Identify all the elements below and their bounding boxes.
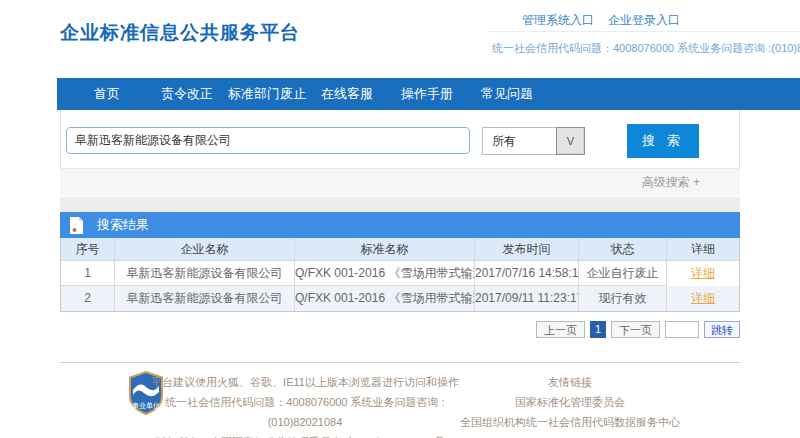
- jump-button[interactable]: 跳转: [704, 321, 740, 338]
- col-company: 企业名称: [115, 238, 295, 261]
- nav-item-rectify[interactable]: 责令改正: [147, 78, 227, 110]
- code-center-link[interactable]: 全国组织机构统一社会信用代码数据服务中心: [460, 412, 680, 432]
- col-index: 序号: [61, 238, 115, 261]
- col-published: 发布时间: [475, 238, 579, 261]
- header-divider: [488, 31, 800, 32]
- cell-status: 企业自行废止: [579, 261, 667, 286]
- results-table: 序号 企业名称 标准名称 发布时间 状态 详细 1 阜新迅客新能源设备有限公司 …: [60, 238, 740, 312]
- footer-line-browser: 平台建议使用火狐、谷歌、IE11以上版本浏览器进行访问和操作: [140, 372, 470, 392]
- cell-detail: 详细: [667, 286, 739, 311]
- cell-index: 1: [61, 261, 115, 286]
- footer-info: 平台建议使用火狐、谷歌、IE11以上版本浏览器进行访问和操作 统一社会信用代码问…: [140, 372, 470, 438]
- cell-status: 现行有效: [579, 286, 667, 311]
- page-title: 企业标准信息公共服务平台: [60, 20, 300, 46]
- col-status: 状态: [579, 238, 667, 261]
- footer-links: 友情链接 国家标准化管理委员会 全国组织机构统一社会信用代码数据服务中心: [460, 372, 680, 432]
- footer-line-hotline: 统一社会信用代码问题：4008076000 系统业务问题咨询 :(010)820…: [140, 392, 470, 432]
- sac-link[interactable]: 国家标准化管理委员会: [460, 392, 680, 412]
- cell-company-link[interactable]: 阜新迅客新能源设备有限公司: [115, 261, 295, 286]
- cell-company-link[interactable]: 阜新迅客新能源设备有限公司: [115, 286, 295, 311]
- hotline-text: 统一社会信用代码问题：4008076000 系统业务问题咨询 :(010)820…: [492, 41, 792, 56]
- nav-item-service[interactable]: 在线客服: [307, 78, 387, 110]
- chevron-down-icon[interactable]: V: [556, 127, 585, 155]
- current-page-button[interactable]: 1: [590, 321, 606, 338]
- admin-entry-link[interactable]: 管理系统入口: [522, 12, 594, 29]
- next-page-button[interactable]: 下一页: [611, 321, 660, 338]
- table-header-row: 序号 企业名称 标准名称 发布时间 状态 详细: [61, 238, 739, 261]
- table-row: 2 阜新迅客新能源设备有限公司 Q/FXK 001-2016 《雪场用带式输送机…: [61, 286, 739, 311]
- filter-selected-value: 所有: [482, 127, 556, 155]
- search-filter-select[interactable]: 所有 V: [482, 127, 585, 155]
- cell-detail: 详细: [667, 261, 739, 286]
- footer-divider: [60, 362, 740, 363]
- prev-page-button[interactable]: 上一页: [536, 321, 585, 338]
- footer-line-copyright: 版权所有：中国国家标准化管理委员会 京ICP备09001239号-5: [140, 432, 470, 438]
- advanced-search-strip: [60, 168, 740, 196]
- document-icon: [69, 216, 84, 235]
- table-row: 1 阜新迅客新能源设备有限公司 Q/FXK 001-2016 《雪场用带式输送机…: [61, 261, 739, 286]
- cell-index: 2: [61, 286, 115, 311]
- cell-published: 2017/07/16 14:58:11: [475, 261, 579, 286]
- detail-link[interactable]: 详细: [691, 291, 715, 305]
- enterprise-login-link[interactable]: 企业登录入口: [608, 12, 680, 29]
- results-header-bar: 搜索结果: [60, 212, 740, 238]
- section-gap: [60, 197, 740, 212]
- pagination: 上一页 1 下一页 跳转: [536, 321, 740, 338]
- page-jump-input[interactable]: [665, 321, 699, 338]
- search-button[interactable]: 搜 索: [627, 124, 699, 158]
- main-nav: 首页 责令改正 标准部门废止 在线客服 操作手册 常见问题: [57, 78, 800, 110]
- friendly-links[interactable]: 友情链接: [460, 372, 680, 392]
- nav-item-manual[interactable]: 操作手册: [387, 78, 467, 110]
- advanced-search-link[interactable]: 高级搜索 +: [642, 174, 700, 191]
- search-input[interactable]: [66, 127, 470, 154]
- nav-item-abolish[interactable]: 标准部门废止: [227, 78, 307, 110]
- col-standard: 标准名称: [295, 238, 475, 261]
- nav-item-home[interactable]: 首页: [67, 78, 147, 110]
- cell-standard: Q/FXK 001-2016 《雪场用带式输送机》: [295, 261, 475, 286]
- results-title: 搜索结果: [97, 216, 149, 234]
- cell-published: 2017/09/11 11:23:17: [475, 286, 579, 311]
- detail-link[interactable]: 详细: [691, 266, 715, 280]
- cell-standard: Q/FXK 001-2016 《雪场用带式输送机》: [295, 286, 475, 311]
- col-detail: 详细: [667, 238, 739, 261]
- nav-item-faq[interactable]: 常见问题: [467, 78, 547, 110]
- header-links: 管理系统入口 企业登录入口: [522, 12, 680, 29]
